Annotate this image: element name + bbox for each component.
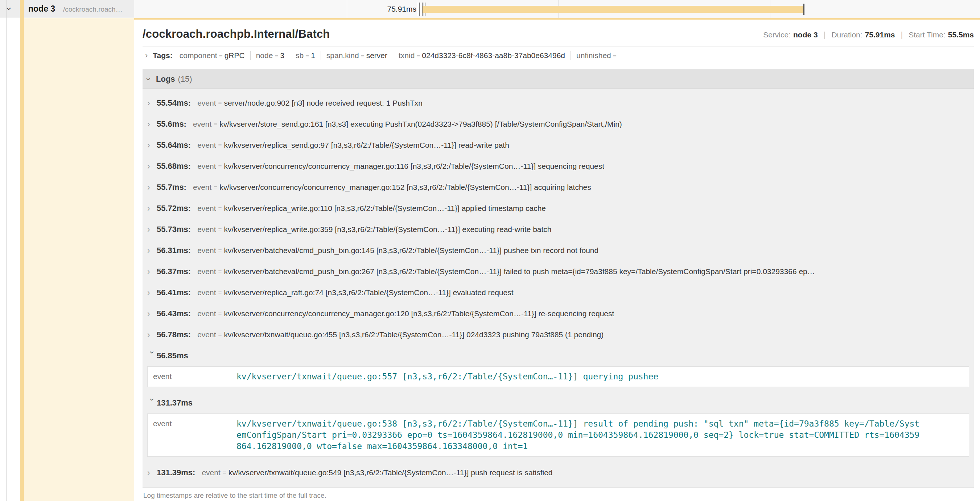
span-row[interactable]: › node 3 /cockroach.roach… 75.91ms [0, 0, 980, 18]
span-title: /cockroach.roachpb.Internal/Batch [143, 27, 330, 41]
log-row[interactable]: › 56.43ms: event = kv/kvserver/concurren… [147, 303, 969, 324]
log-field-value: kv/kvserver/replica_write.go:359 [n3,s3,… [224, 225, 552, 234]
duration-value: 75.91ms [865, 30, 895, 39]
log-row[interactable]: › 55.72ms: event = kv/kvserver/replica_w… [147, 198, 969, 219]
log-timestamp: 55.7ms: [157, 183, 186, 192]
tag-item[interactable]: txnid=024d3323-6c8f-4863-aa8b-37ab0e6349… [393, 51, 571, 60]
tags-accordian[interactable]: › Tags: component=gRPC node=3 sb=1 span.… [143, 46, 974, 65]
chevron-right-icon[interactable]: › [147, 267, 157, 277]
chevron-down-icon[interactable]: › [149, 351, 155, 361]
logs-title: Logs [156, 74, 175, 84]
tag-item[interactable]: span.kind=server [321, 51, 393, 60]
equals-sign: = [219, 53, 223, 59]
span-service-color-bar [20, 0, 24, 501]
equals-sign: = [275, 53, 278, 59]
chevron-right-icon[interactable]: › [147, 204, 157, 214]
equals-sign: = [613, 53, 617, 59]
log-row[interactable]: › 131.39ms: event = kv/kvserver/txnwait/… [147, 462, 969, 483]
tag-key: span.kind [326, 51, 359, 59]
log-field-value: kv/kvserver/replica_send.go:97 [n3,s3,r6… [224, 141, 509, 150]
log-timestamp: 56.37ms: [157, 267, 191, 276]
chevron-down-icon[interactable]: › [145, 78, 152, 81]
log-field-value[interactable]: kv/kvserver/txnwait/queue.go:557 [n3,s3,… [237, 371, 658, 382]
chevron-right-icon[interactable]: › [147, 246, 157, 255]
equals-sign: = [218, 310, 222, 317]
tag-item[interactable]: sb=1 [290, 51, 321, 60]
tag-key: txnid [399, 51, 415, 59]
chevron-right-icon[interactable]: › [145, 51, 148, 60]
log-field-key: event [197, 288, 216, 297]
log-row[interactable]: › 56.37ms: event = kv/kvserver/batcheval… [147, 261, 969, 282]
equals-sign: = [416, 53, 420, 59]
chevron-right-icon[interactable]: › [147, 330, 157, 340]
tag-value: server [366, 51, 387, 59]
log-row[interactable]: › 56.31ms: event = kv/kvserver/batcheval… [147, 240, 969, 261]
row-indent-guide [6, 0, 6, 501]
log-row[interactable]: › 55.6ms: event = kv/kvserver/store_send… [147, 113, 969, 135]
log-row[interactable]: › 55.68ms: event = kv/kvserver/concurren… [147, 156, 969, 177]
chevron-right-icon[interactable]: › [147, 288, 157, 298]
log-field-key: event [153, 371, 237, 382]
log-timestamp: 56.41ms: [157, 288, 191, 297]
tags-list: component=gRPC node=3 sb=1 span.kind=ser… [174, 51, 624, 60]
log-timestamp: 55.68ms: [157, 161, 191, 171]
log-row[interactable]: › 55.64ms: event = kv/kvserver/replica_s… [147, 135, 969, 156]
log-timestamp: 56.31ms: [157, 246, 191, 255]
chevron-right-icon[interactable]: › [147, 183, 157, 192]
logs-header[interactable]: › Logs (15) [143, 69, 974, 89]
chevron-right-icon[interactable]: › [147, 161, 157, 171]
equals-sign: = [214, 184, 217, 191]
chevron-right-icon[interactable]: › [147, 309, 157, 319]
log-field-value: kv/kvserver/batcheval/cmd_push_txn.go:26… [224, 267, 815, 276]
tag-item[interactable]: unfinished= [571, 51, 624, 60]
tag-value: 1 [311, 51, 315, 59]
equals-sign: = [218, 268, 222, 275]
log-field-value: kv/kvserver/batcheval/cmd_push_txn.go:14… [224, 246, 599, 255]
chevron-down-icon[interactable]: › [149, 398, 155, 408]
log-field-key: event [197, 225, 216, 234]
log-row[interactable]: › 55.7ms: event = kv/kvserver/concurrenc… [147, 177, 969, 198]
chevron-right-icon[interactable]: › [147, 140, 157, 150]
equals-sign: = [214, 121, 217, 128]
span-timeline-cell[interactable]: 75.91ms [134, 0, 980, 18]
log-field-value: kv/kvserver/txnwait/queue.go:455 [n3,s3,… [224, 330, 604, 339]
log-timestamp: 55.54ms: [157, 98, 191, 108]
log-row[interactable]: › 56.41ms: event = kv/kvserver/replica_r… [147, 282, 969, 303]
log-row[interactable]: › 55.54ms: event = server/node.go:902 [n… [147, 93, 969, 113]
log-field-value: kv/kvserver/txnwait/queue.go:549 [n3,s3,… [229, 468, 553, 477]
tag-item[interactable]: node=3 [250, 51, 290, 60]
span-stats: Service: node 3 | Duration: 75.91ms | St… [763, 30, 974, 41]
log-field-value: kv/kvserver/concurrency/concurrency_mana… [220, 183, 591, 192]
log-key-value-table: event kv/kvserver/txnwait/queue.go:538 [… [147, 413, 969, 457]
span-duration-bar[interactable] [423, 6, 804, 13]
log-field-value: kv/kvserver/concurrency/concurrency_mana… [224, 309, 614, 318]
service-value: node 3 [793, 30, 818, 39]
equals-sign: = [218, 247, 222, 254]
log-timestamp: 55.73ms: [157, 225, 191, 234]
chevron-down-icon[interactable]: › [5, 7, 13, 11]
duration-label: Duration: [831, 30, 862, 39]
log-field-key: event [197, 309, 216, 318]
log-field-key: event [197, 267, 216, 276]
log-row-expanded-header[interactable]: › 131.37ms [147, 393, 969, 413]
log-timestamp: 131.37ms [157, 398, 192, 408]
tags-label: Tags: [153, 51, 172, 60]
log-row[interactable]: › 55.73ms: event = kv/kvserver/replica_w… [147, 219, 969, 240]
logs-count: (15) [178, 74, 192, 84]
logs-accordian: › Logs (15) › 55.54ms: event = server/no… [143, 69, 974, 488]
log-field-value[interactable]: kv/kvserver/txnwait/queue.go:538 [n3,s3,… [237, 418, 920, 452]
chevron-right-icon[interactable]: › [147, 120, 157, 129]
tag-key: node [256, 51, 273, 59]
log-field-value: kv/kvserver/replica_raft.go:74 [n3,s3,r6… [224, 288, 514, 297]
chevron-right-icon[interactable]: › [147, 225, 157, 235]
tag-key: component [180, 51, 217, 59]
span-duration-label: 75.91ms [352, 5, 416, 13]
chevron-right-icon[interactable]: › [147, 468, 157, 478]
log-row[interactable]: › 56.78ms: event = kv/kvserver/txnwait/q… [147, 324, 969, 345]
chevron-right-icon[interactable]: › [147, 98, 157, 108]
tag-item[interactable]: component=gRPC [174, 51, 250, 60]
selected-span-highlight [24, 18, 134, 501]
equals-sign: = [218, 163, 222, 170]
log-row-expanded-header[interactable]: › 56.85ms [147, 345, 969, 366]
equals-sign: = [218, 142, 222, 149]
